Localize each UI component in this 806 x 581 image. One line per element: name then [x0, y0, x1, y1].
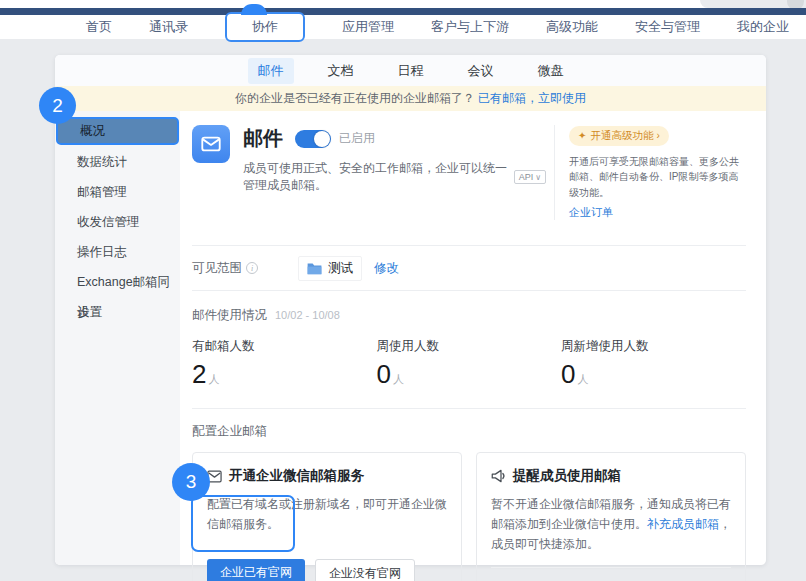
subnav-tab-calendar[interactable]: 日程: [388, 58, 434, 84]
api-label: API: [519, 172, 534, 182]
has-website-button[interactable]: 企业已有官网: [207, 559, 305, 581]
mail-enabled-toggle[interactable]: [295, 130, 331, 148]
visible-range-label: 可见范围: [192, 260, 242, 277]
sidebar-item-mailbox-management[interactable]: 邮箱管理: [55, 177, 180, 207]
envelope-icon: [200, 133, 222, 155]
folder-icon: [307, 262, 322, 275]
remind-members-card: 提醒成员使用邮箱 暂不开通企业微信邮箱服务，通知成员将已有邮箱添加到企业微信中使…: [476, 452, 746, 581]
stat-unit: 人: [208, 373, 219, 385]
visible-range-edit-link[interactable]: 修改: [374, 260, 399, 277]
page-title: 邮件: [243, 125, 283, 152]
divider: [192, 290, 746, 291]
sidebar-item-send-receive[interactable]: 收发信管理: [55, 207, 180, 237]
collab-subnav: 邮件 文档 日程 会议 微盘: [55, 55, 766, 86]
stat-weekly-new: 周新增使用人数 0人: [561, 338, 745, 390]
mailbox-notice-banner: 你的企业是否已经有正在使用的企业邮箱了？ 已有邮箱，立即使用: [55, 86, 766, 111]
nav-item-advanced[interactable]: 高级功能: [546, 18, 598, 36]
usage-section-title: 邮件使用情况: [192, 307, 267, 324]
browser-chrome-strip: [0, 0, 806, 8]
sidebar-item-operation-log[interactable]: 操作日志: [55, 237, 180, 267]
mail-description: 成员可使用正式、安全的工作邮箱，企业可以统一管理成员邮箱。: [243, 160, 508, 194]
config-section-title: 配置企业邮箱: [192, 423, 746, 440]
main-card: 邮件 文档 日程 会议 微盘 你的企业是否已经有正在使用的企业邮箱了？ 已有邮箱…: [55, 55, 766, 565]
subnav-tab-drive[interactable]: 微盘: [528, 58, 574, 84]
main-nav: 首页 通讯录 协作 应用管理 客户与上下游 高级功能 安全与管理 我的企业: [0, 15, 806, 39]
premium-description: 开通后可享受无限邮箱容量、更多公共邮箱、邮件自动备份、IP限制等多项高级功能。: [569, 154, 746, 201]
nav-item-home[interactable]: 首页: [86, 18, 112, 36]
top-accent-bar: [0, 8, 806, 15]
remind-members-desc: 暂不开通企业微信邮箱服务，通知成员将已有邮箱添加到企业微信中使用。补充成员邮箱，…: [491, 495, 731, 554]
premium-spark-icon: ✦: [578, 130, 586, 141]
chevron-right-icon: ›: [656, 130, 659, 141]
sidebar-item-settings[interactable]: 设置: [55, 297, 180, 327]
overview-content: 邮件 已启用 成员可使用正式、安全的工作邮箱，企业可以统一管理成员邮箱。 API…: [180, 111, 766, 565]
chevron-down-icon: ∨: [535, 173, 541, 182]
admin-console-screen: 首页 通讯录 协作 应用管理 客户与上下游 高级功能 安全与管理 我的企业 邮件…: [0, 0, 806, 581]
divider: [491, 567, 731, 568]
stat-label: 有邮箱人数: [192, 338, 376, 355]
stat-value: 0人: [376, 359, 560, 390]
nav-item-customers[interactable]: 客户与上下游: [431, 18, 509, 36]
stat-unit: 人: [393, 373, 404, 385]
annotation-badge-3: 3: [172, 463, 210, 501]
supplement-mailbox-link[interactable]: 补充成员邮箱: [647, 517, 719, 531]
api-dropdown-button[interactable]: API ∨: [514, 170, 546, 184]
open-mail-service-title: 开通企业微信邮箱服务: [229, 467, 364, 485]
subnav-tab-docs[interactable]: 文档: [318, 58, 364, 84]
nav-item-contacts[interactable]: 通讯录: [149, 18, 188, 36]
stat-mailbox-members: 有邮箱人数 2人: [192, 338, 376, 390]
annotation-badge-2: 2: [39, 87, 76, 124]
nav-item-collaboration-label: 协作: [252, 19, 278, 34]
usage-period: 10/02 - 10/08: [275, 309, 340, 321]
sidebar-item-overview[interactable]: 概况: [56, 117, 179, 145]
premium-panel: ✦ 开通高级功能 › 开通后可享受无限邮箱容量、更多公共邮箱、邮件自动备份、IP…: [554, 125, 746, 220]
enterprise-order-link[interactable]: 企业订单: [569, 205, 613, 220]
stat-weekly-active: 周使用人数 0人: [376, 338, 560, 390]
mail-enabled-status: 已启用: [339, 130, 375, 147]
stat-label: 周使用人数: [376, 338, 560, 355]
nav-item-collaboration[interactable]: 协作: [225, 12, 305, 42]
visible-range-value: 测试: [328, 260, 353, 277]
stat-value: 0人: [561, 359, 745, 390]
annotation-pointer-icon: [241, 4, 267, 15]
info-icon[interactable]: i: [246, 262, 258, 274]
subnav-tab-meeting[interactable]: 会议: [458, 58, 504, 84]
browser-chrome-corner: [700, 0, 806, 8]
nav-item-app-management[interactable]: 应用管理: [342, 18, 394, 36]
toggle-knob: [314, 131, 330, 147]
sidebar-item-statistics[interactable]: 数据统计: [55, 147, 180, 177]
sidebar-item-exchange-sync[interactable]: Exchange邮箱同步: [55, 267, 180, 297]
remind-members-title: 提醒成员使用邮箱: [513, 467, 621, 485]
stat-unit: 人: [577, 373, 588, 385]
mail-app-icon: [192, 125, 230, 163]
nav-item-my-company[interactable]: 我的企业: [737, 18, 789, 36]
open-mail-service-desc: 配置已有域名或注册新域名，即可开通企业微信邮箱服务。: [207, 495, 447, 535]
banner-use-now-link[interactable]: 已有邮箱，立即使用: [478, 90, 586, 107]
nav-item-security[interactable]: 安全与管理: [635, 18, 700, 36]
stat-label: 周新增使用人数: [561, 338, 745, 355]
visible-range-tag: 测试: [298, 256, 362, 281]
banner-question: 你的企业是否已经有正在使用的企业邮箱了？: [235, 90, 475, 107]
subnav-tab-mail[interactable]: 邮件: [248, 58, 294, 84]
open-mail-service-card: 开通企业微信邮箱服务 配置已有域名或注册新域名，即可开通企业微信邮箱服务。 企业…: [192, 452, 462, 581]
divider: [192, 408, 746, 409]
no-website-button[interactable]: 企业没有官网: [315, 559, 415, 581]
premium-upgrade-button[interactable]: ✦ 开通高级功能 ›: [569, 126, 669, 146]
mail-sidebar: 概况 数据统计 邮箱管理 收发信管理 操作日志 Exchange邮箱同步 设置: [55, 111, 180, 565]
megaphone-icon: [491, 469, 506, 483]
stat-value: 2人: [192, 359, 376, 390]
premium-badge-label: 开通高级功能: [590, 129, 653, 143]
